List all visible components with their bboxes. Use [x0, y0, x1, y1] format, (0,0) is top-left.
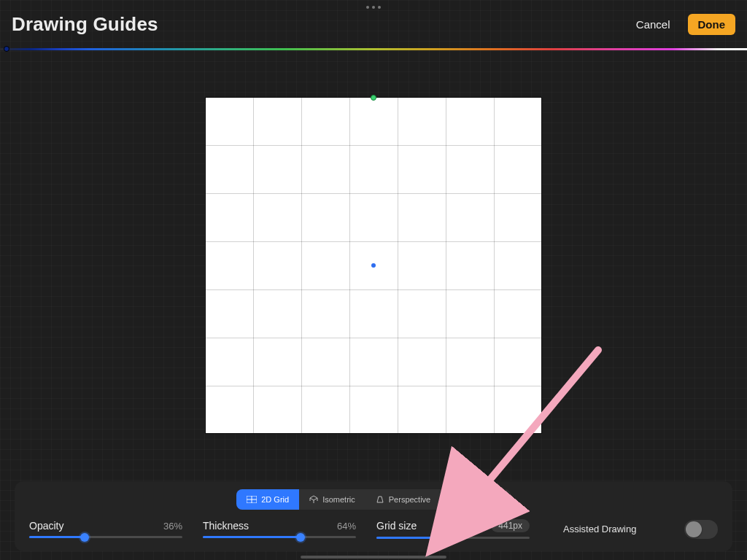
assisted-drawing-toggle[interactable]	[684, 520, 718, 539]
assisted-drawing-label: Assisted Drawing	[563, 524, 636, 534]
assisted-drawing-group: Assisted Drawing	[550, 520, 718, 539]
opacity-label: Opacity	[29, 520, 63, 532]
cube-icon	[309, 495, 318, 504]
grid-icon	[247, 496, 257, 503]
page-title: Drawing Guides	[12, 13, 158, 36]
svg-rect-11	[456, 496, 460, 503]
slider-thumb-icon[interactable]	[296, 533, 305, 542]
svg-rect-10	[451, 496, 454, 503]
grid-rotate-handle-icon[interactable]	[371, 95, 376, 101]
thickness-value: 64%	[337, 521, 356, 532]
segment-symmetry[interactable]: Symmetry	[441, 489, 511, 510]
opacity-slider[interactable]	[29, 536, 182, 538]
home-indicator-icon	[301, 556, 446, 559]
opacity-slider-group: Opacity 36%	[29, 520, 182, 538]
slider-thumb-icon[interactable]	[80, 533, 89, 542]
segment-label: Symmetry	[464, 495, 500, 504]
gridsize-slider[interactable]	[376, 537, 530, 539]
thickness-label: Thickness	[203, 520, 249, 532]
guide-type-segmented-control: 2D Grid Isometric Perspective Symmetry	[29, 489, 718, 510]
gridsize-value[interactable]: 441px	[491, 519, 530, 532]
segment-label: Isometric	[322, 495, 355, 504]
gridsize-slider-group: Grid size 441px	[376, 519, 530, 539]
segment-perspective[interactable]: Perspective	[365, 489, 441, 510]
toggle-knob-icon	[686, 521, 702, 537]
segment-label: 2D Grid	[261, 495, 289, 504]
segment-2d-grid[interactable]: 2D Grid	[236, 489, 299, 510]
done-button[interactable]: Done	[688, 14, 736, 35]
opacity-value: 36%	[163, 521, 182, 532]
thickness-slider-group: Thickness 64%	[203, 520, 356, 538]
gridsize-label: Grid size	[376, 520, 417, 532]
grid-center-handle-icon[interactable]	[371, 263, 376, 268]
svg-marker-9	[377, 497, 383, 502]
slider-thumb-icon[interactable]	[436, 534, 445, 542]
thickness-slider[interactable]	[203, 536, 356, 538]
segment-label: Perspective	[389, 495, 430, 504]
bottom-controls-panel: 2D Grid Isometric Perspective Symmetry	[15, 481, 732, 551]
segment-isometric[interactable]: Isometric	[299, 489, 365, 510]
canvas-area	[0, 50, 747, 480]
cancel-button[interactable]: Cancel	[629, 14, 678, 35]
perspective-icon	[376, 495, 384, 504]
header-bar: Drawing Guides Cancel Done	[0, 0, 747, 48]
symmetry-icon	[451, 496, 460, 503]
canvas-preview[interactable]	[206, 98, 541, 433]
svg-marker-5	[310, 496, 317, 500]
